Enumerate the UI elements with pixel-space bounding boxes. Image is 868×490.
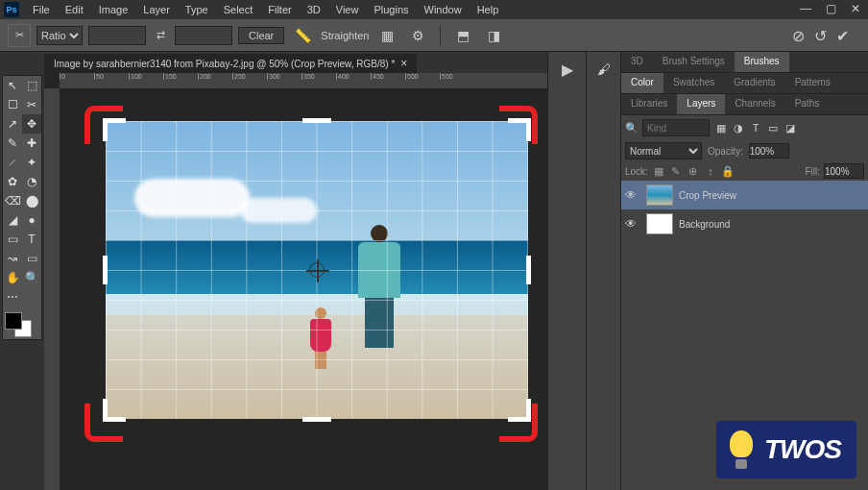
swap-dimensions-icon[interactable]: ⇄ bbox=[152, 29, 169, 41]
history-brush-icon[interactable]: ◔ bbox=[22, 172, 41, 191]
opacity-label: Opacity: bbox=[708, 146, 743, 157]
layer-filter-input[interactable] bbox=[642, 119, 710, 136]
lock-all-icon[interactable]: 🔒 bbox=[721, 165, 735, 178]
menu-help[interactable]: Help bbox=[470, 2, 507, 17]
tab-swatches[interactable]: Swatches bbox=[663, 73, 724, 93]
eraser-tool-icon[interactable]: ⌫ bbox=[3, 191, 22, 210]
lock-label: Lock: bbox=[625, 166, 648, 177]
crop-box[interactable] bbox=[106, 121, 528, 419]
move-tool-icon[interactable]: ↖ bbox=[3, 76, 22, 95]
window-minimize-icon[interactable]: — bbox=[797, 2, 814, 15]
visibility-toggle-icon[interactable]: 👁 bbox=[625, 188, 640, 202]
crop-tool-icon[interactable]: ✥ bbox=[22, 114, 41, 134]
healing-tool-icon[interactable]: ⟋ bbox=[3, 153, 22, 172]
filter-type-icon[interactable]: T bbox=[748, 122, 763, 135]
menu-type[interactable]: Type bbox=[178, 2, 216, 17]
delete-cropped-icon[interactable]: ⬒ bbox=[450, 24, 475, 47]
tab-3d[interactable]: 3D bbox=[621, 52, 653, 72]
lasso-tool-icon[interactable]: ✂ bbox=[22, 95, 41, 114]
color-swatch[interactable] bbox=[3, 310, 41, 339]
close-tab-icon[interactable]: × bbox=[400, 57, 407, 70]
lock-position-icon[interactable]: ⊕ bbox=[687, 165, 700, 178]
layer-thumbnail[interactable] bbox=[646, 213, 673, 234]
content-aware-icon[interactable]: ◨ bbox=[481, 24, 506, 47]
crop-handle-right[interactable] bbox=[526, 256, 531, 284]
menu-window[interactable]: Window bbox=[417, 2, 470, 17]
menu-edit[interactable]: Edit bbox=[58, 2, 91, 17]
tab-channels[interactable]: Channels bbox=[725, 94, 784, 114]
menu-image[interactable]: Image bbox=[91, 2, 136, 17]
frame-tool-icon[interactable]: ✎ bbox=[3, 134, 22, 153]
menu-file[interactable]: File bbox=[25, 2, 58, 17]
fill-input[interactable] bbox=[824, 163, 864, 179]
tab-brushes[interactable]: Brushes bbox=[735, 52, 789, 72]
tab-layers[interactable]: Layers bbox=[677, 94, 725, 114]
opacity-input[interactable] bbox=[749, 143, 789, 159]
type-tool-icon[interactable]: T bbox=[22, 230, 41, 249]
actions-play-icon[interactable]: ▶ bbox=[548, 56, 586, 83]
brush-panel-icon[interactable]: 🖌 bbox=[587, 56, 620, 83]
menu-select[interactable]: Select bbox=[216, 2, 261, 17]
menu-3d[interactable]: 3D bbox=[300, 2, 328, 17]
edit-toolbar-icon[interactable]: ⋯ bbox=[3, 287, 22, 306]
layer-thumbnail[interactable] bbox=[646, 184, 673, 206]
tab-paths[interactable]: Paths bbox=[785, 94, 830, 114]
filter-shape-icon[interactable]: ▭ bbox=[765, 122, 781, 135]
filter-smart-icon[interactable]: ◪ bbox=[783, 122, 798, 135]
artboard-tool-icon[interactable]: ⬚ bbox=[22, 76, 41, 95]
layer-row[interactable]: 👁 Crop Preview bbox=[621, 181, 868, 209]
pen-tool-icon[interactable]: ▭ bbox=[3, 230, 22, 249]
tab-color[interactable]: Color bbox=[621, 73, 663, 93]
cancel-crop-icon[interactable]: ⊘ bbox=[792, 27, 805, 45]
dodge-tool-icon[interactable]: ● bbox=[22, 210, 41, 230]
path-select-icon[interactable]: ↝ bbox=[3, 249, 22, 268]
window-close-icon[interactable]: ✕ bbox=[847, 2, 864, 15]
rectangle-tool-icon[interactable]: ▭ bbox=[22, 249, 41, 268]
window-maximize-icon[interactable]: ▢ bbox=[822, 2, 839, 15]
zoom-tool-icon[interactable]: 🔍 bbox=[22, 268, 41, 287]
crop-center-icon[interactable] bbox=[309, 262, 325, 278]
app-logo-icon: Ps bbox=[4, 2, 19, 17]
clone-tool-icon[interactable]: ✿ bbox=[3, 172, 22, 191]
foreground-color[interactable] bbox=[5, 312, 22, 330]
crop-ratio-select[interactable]: Ratio bbox=[36, 26, 83, 45]
lock-artboard-icon[interactable]: ↕ bbox=[704, 165, 717, 177]
crop-settings-gear-icon[interactable]: ⚙ bbox=[405, 24, 430, 47]
commit-crop-icon[interactable]: ✔ bbox=[836, 27, 849, 45]
eyedropper-tool-icon[interactable]: ✚ bbox=[22, 134, 41, 153]
reset-crop-icon[interactable]: ↺ bbox=[814, 27, 827, 45]
crop-handle-left[interactable] bbox=[103, 256, 108, 284]
filter-adjust-icon[interactable]: ◑ bbox=[731, 122, 746, 135]
hand-tool-icon[interactable]: ✋ bbox=[3, 268, 22, 287]
crop-handle-bottom[interactable] bbox=[302, 417, 331, 422]
lock-transparent-icon[interactable]: ▦ bbox=[652, 165, 665, 178]
tab-libraries[interactable]: Libraries bbox=[621, 94, 677, 114]
straighten-icon[interactable]: 📏 bbox=[290, 24, 315, 47]
menu-plugins[interactable]: Plugins bbox=[366, 2, 416, 17]
blur-tool-icon[interactable]: ◢ bbox=[3, 210, 22, 230]
gradient-tool-icon[interactable]: ⬤ bbox=[22, 191, 41, 210]
crop-width-input[interactable] bbox=[88, 26, 146, 45]
menu-view[interactable]: View bbox=[328, 2, 367, 17]
layer-row[interactable]: 👁 Background bbox=[621, 209, 868, 238]
marquee-tool-icon[interactable]: ☐ bbox=[3, 95, 22, 114]
menu-filter[interactable]: Filter bbox=[260, 2, 299, 17]
collapsed-brush-panel: 🖌 bbox=[586, 52, 620, 490]
lock-pixels-icon[interactable]: ✎ bbox=[669, 165, 683, 178]
blend-mode-select[interactable]: Normal bbox=[625, 142, 702, 159]
crop-tool-icon[interactable]: ✂ bbox=[8, 24, 31, 47]
tab-brush-settings[interactable]: Brush Settings bbox=[653, 52, 735, 72]
overlay-grid-icon[interactable]: ▦ bbox=[374, 24, 399, 47]
filter-pixel-icon[interactable]: ▦ bbox=[713, 122, 729, 135]
menu-layer[interactable]: Layer bbox=[135, 2, 178, 17]
clear-button[interactable]: Clear bbox=[238, 27, 284, 44]
quick-select-tool-icon[interactable]: ↗ bbox=[3, 114, 22, 134]
crop-height-input[interactable] bbox=[175, 26, 232, 45]
brush-tool-icon[interactable]: ✦ bbox=[22, 153, 41, 172]
document-tab[interactable]: Image by sarahbernier3140 from Pixabay-2… bbox=[44, 54, 417, 73]
tab-gradients[interactable]: Gradients bbox=[724, 73, 784, 93]
tab-patterns[interactable]: Patterns bbox=[785, 73, 840, 93]
crop-handle-top[interactable] bbox=[302, 118, 331, 123]
canvas[interactable] bbox=[60, 88, 547, 490]
visibility-toggle-icon[interactable]: 👁 bbox=[625, 217, 640, 231]
